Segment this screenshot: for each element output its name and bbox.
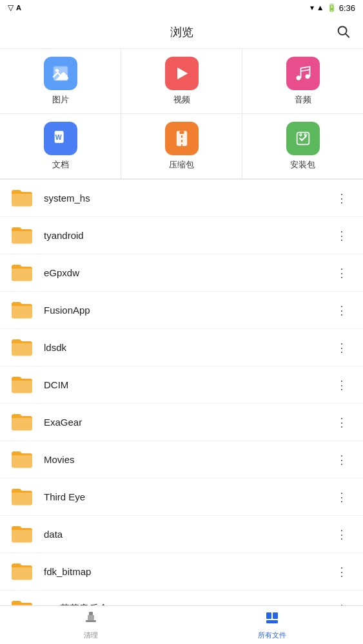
svg-rect-19	[86, 620, 96, 622]
docs-label: 文档	[52, 159, 69, 171]
folder-icon	[10, 374, 34, 397]
video-icon	[173, 64, 191, 82]
folder-item-ldsdk[interactable]: ldsdk ⋮	[0, 329, 363, 366]
apk-icon-bg	[286, 122, 320, 155]
folder-icon	[10, 299, 34, 322]
folder-name: data	[44, 529, 331, 540]
status-bar: ▽ A ▾ ▲ 🔋 6:36	[0, 0, 363, 15]
folder-icon	[10, 448, 34, 471]
folder-item-fdk-bitmap[interactable]: fdk_bitmap ⋮	[0, 553, 363, 591]
category-row-1: 图片 视频 音频	[0, 49, 363, 114]
folder-item-dcim[interactable]: DCIM ⋮	[0, 366, 363, 404]
category-row-2: W 文档 压缩包	[0, 114, 363, 180]
status-left: ▽ A	[8, 3, 21, 12]
clean-svg	[83, 610, 99, 625]
clean-icon	[83, 610, 99, 629]
bottom-nav: 清理 所有文件	[0, 605, 363, 644]
audio-icon	[294, 64, 312, 82]
folder-name: ldsdk	[44, 342, 331, 353]
more-button[interactable]: ⋮	[331, 186, 353, 211]
svg-point-8	[305, 74, 309, 79]
zip-icon-bg	[165, 122, 199, 155]
folder-name: ExaGear	[44, 417, 331, 428]
more-button[interactable]: ⋮	[331, 485, 353, 509]
apk-label: 安装包	[290, 159, 315, 171]
folder-icon	[10, 411, 34, 434]
category-apk[interactable]: 安装包	[242, 114, 363, 178]
status-right: ▾ ▲ 🔋 6:36	[310, 3, 355, 13]
more-button[interactable]: ⋮	[331, 522, 353, 547]
files-label: 所有文件	[258, 630, 286, 640]
folder-icon	[10, 523, 34, 546]
content-area: 图片 视频 音频	[0, 49, 363, 644]
folder-item-data[interactable]: data ⋮	[0, 516, 363, 553]
zip-icon	[173, 129, 191, 147]
audio-label: 音频	[295, 94, 311, 106]
category-images[interactable]: 图片	[0, 49, 121, 113]
wifi-icon: ▾	[310, 3, 314, 12]
clean-label: 清理	[84, 630, 98, 640]
a-icon: A	[16, 4, 21, 12]
docs-icon-bg: W	[44, 122, 77, 155]
battery-icon: 🔋	[327, 3, 337, 12]
svg-rect-21	[88, 615, 94, 620]
category-audio[interactable]: 音频	[242, 49, 363, 113]
svg-point-7	[296, 76, 300, 80]
files-svg	[264, 610, 280, 625]
category-zip[interactable]: 压缩包	[121, 114, 242, 178]
folder-icon	[10, 187, 34, 210]
more-button[interactable]: ⋮	[331, 560, 353, 584]
folder-item-fusionapp[interactable]: FusionApp ⋮	[0, 292, 363, 329]
category-video[interactable]: 视频	[121, 49, 242, 113]
folder-item-system_hs[interactable]: system_hs ⋮	[0, 180, 363, 217]
folder-name: Movies	[44, 454, 331, 465]
top-bar: 浏览	[0, 15, 363, 49]
category-docs[interactable]: W 文档	[0, 114, 121, 178]
search-button[interactable]	[332, 20, 354, 44]
docs-icon: W	[52, 129, 70, 147]
folder-name: Third Eye	[44, 491, 331, 502]
folder-icon	[10, 224, 34, 247]
folder-item-tyandroid[interactable]: tyandroid ⋮	[0, 217, 363, 254]
files-icon	[264, 610, 280, 629]
audio-icon-bg	[286, 57, 320, 90]
more-button[interactable]: ⋮	[331, 223, 353, 248]
svg-rect-23	[273, 612, 278, 619]
folder-icon	[10, 261, 34, 285]
folder-item-egpxdw[interactable]: eGpxdw ⋮	[0, 254, 363, 292]
folder-name: FusionApp	[44, 305, 331, 316]
svg-marker-6	[177, 68, 188, 80]
more-button[interactable]: ⋮	[331, 261, 353, 285]
sim-icon: ▽	[8, 3, 14, 12]
folder-icon	[10, 560, 34, 583]
folder-name: system_hs	[44, 193, 331, 204]
svg-rect-24	[266, 620, 278, 623]
folder-name: fdk_bitmap	[44, 566, 331, 577]
file-list: system_hs ⋮ tyandroid ⋮ eGpxdw ⋮ Fu	[0, 180, 363, 644]
folder-name: DCIM	[44, 379, 331, 390]
more-button[interactable]: ⋮	[331, 448, 353, 472]
apk-icon	[294, 129, 312, 147]
svg-line-1	[346, 33, 349, 37]
folder-name: tyandroid	[44, 230, 331, 241]
svg-point-5	[55, 69, 58, 72]
more-button[interactable]: ⋮	[331, 336, 353, 360]
more-button[interactable]: ⋮	[331, 298, 353, 323]
folder-item-third-eye[interactable]: Third Eye ⋮	[0, 478, 363, 516]
nav-item-clean[interactable]: 清理	[0, 610, 182, 640]
folder-name: eGpxdw	[44, 267, 331, 278]
svg-text:W: W	[55, 133, 61, 141]
video-icon-bg	[165, 57, 199, 90]
video-label: 视频	[173, 94, 190, 106]
folder-item-exagear[interactable]: ExaGear ⋮	[0, 404, 363, 441]
nav-item-files[interactable]: 所有文件	[182, 610, 364, 640]
images-icon-bg	[44, 57, 77, 90]
folder-icon	[10, 336, 34, 359]
more-button[interactable]: ⋮	[331, 410, 353, 435]
folder-item-movies[interactable]: Movies ⋮	[0, 441, 363, 478]
images-label: 图片	[52, 94, 69, 106]
time-display: 6:36	[339, 3, 355, 13]
images-icon	[52, 64, 70, 82]
more-button[interactable]: ⋮	[331, 373, 353, 397]
svg-rect-4	[53, 66, 68, 80]
